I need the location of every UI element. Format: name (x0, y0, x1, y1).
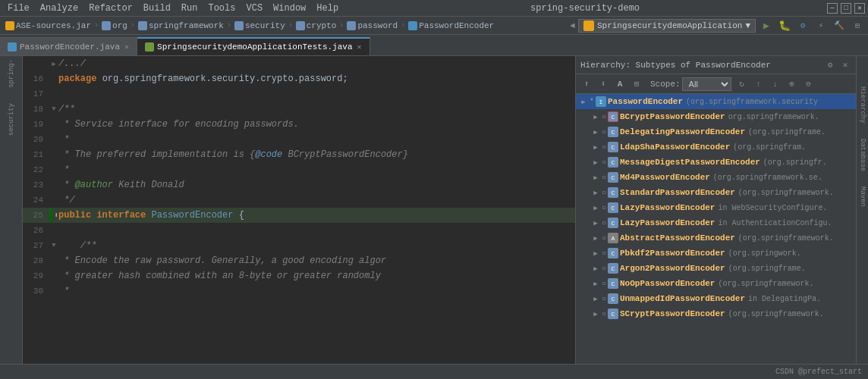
debug-button[interactable]: 🐛 (777, 20, 792, 32)
tree-item-scrypt[interactable]: ▶ ○ C SCryptPasswordEncoder (org.springf… (576, 306, 856, 321)
tree-item-md4[interactable]: ▶ ○ C Md4PasswordEncoder (org.springfram… (576, 170, 856, 185)
hier-tool-subtypes[interactable]: ⬆ (579, 77, 594, 92)
tree-item-lazy-auth[interactable]: ▶ ○ C LazyPasswordEncoder in Authenticat… (576, 215, 856, 230)
hier-tool-supertypes[interactable]: ⬇ (596, 77, 611, 92)
folder-icon-2 (234, 21, 244, 30)
code-line-18: 18 ▼ /** (23, 102, 575, 117)
tree-icon-abstract: A (608, 233, 618, 243)
breadcrumb-springframework[interactable]: springframework (136, 21, 226, 30)
menu-tools[interactable]: Tools (203, 2, 240, 15)
tree-item-messagedigest[interactable]: ▶ ○ C MessageDigestPasswordEncoder (org.… (576, 155, 856, 170)
code-line-21: 21 * The preferred implementation is {@c… (23, 147, 575, 162)
hier-tool-prev[interactable]: ↑ (751, 77, 766, 92)
tab-close-0[interactable]: ✕ (124, 42, 129, 52)
code-editor[interactable]: ▶ /.../ 16 package org.springframework.s… (23, 56, 575, 364)
hier-tool-callers[interactable]: A (612, 77, 627, 92)
hierarchy-settings-icon[interactable]: ⚙ (824, 59, 836, 71)
menu-vcs[interactable]: VCS (241, 2, 267, 15)
sidebar-security-label: security (8, 103, 15, 136)
menu-file[interactable]: File (3, 2, 34, 15)
layout-button[interactable]: ⊞ (850, 20, 865, 32)
main-area: spring- security ▶ /.../ 16 package org.… (0, 56, 868, 364)
breadcrumb-bar: ASE-sources.jar › org › springframework … (0, 17, 868, 35)
breadcrumb-security[interactable]: security (232, 21, 288, 30)
close-button[interactable]: ✕ (854, 3, 865, 14)
tree-icon-class-messagedigest: C (608, 157, 618, 168)
green-gutter-25 (49, 208, 52, 222)
hierarchy-title: Hierarchy: Subtypes of PasswordEncoder (580, 61, 821, 70)
code-line-26: 26 (23, 223, 575, 238)
breadcrumb-org[interactable]: org (99, 21, 130, 30)
minimize-button[interactable]: ─ (827, 3, 838, 14)
tree-arrow-0: ▶ (579, 98, 588, 106)
sidebar-spring-label: spring- (8, 59, 15, 88)
tree-icon-class-lazy-web: C (608, 202, 618, 213)
profile-button[interactable]: ⚡ (813, 20, 829, 32)
tree-item-ldap[interactable]: ▶ ○ C LdapShaPasswordEncoder (org.spring… (576, 139, 856, 155)
menu-refactor[interactable]: Refactor (84, 2, 137, 15)
breadcrumb-jar[interactable]: ASE-sources.jar (3, 21, 93, 30)
tree-item-bcrypt[interactable]: ▶ ○ C BCryptPasswordEncoder org.springfr… (576, 109, 856, 124)
tree-item-passwordencoder[interactable]: ▶ * I PasswordEncoder (org.springframewo… (576, 94, 856, 109)
navigate-back-icon[interactable]: ◄ (570, 21, 575, 30)
tree-item-delegating[interactable]: ▶ ○ C DelegatingPasswordEncoder (org.spr… (576, 124, 856, 139)
tab-icon-0 (8, 42, 17, 52)
coverage-button[interactable]: ⚙ (795, 20, 810, 32)
hierarchy-tree[interactable]: ▶ * I PasswordEncoder (org.springframewo… (576, 94, 856, 364)
breadcrumb-sep-1: › (131, 21, 135, 30)
hier-tool-refresh[interactable]: ↻ (734, 77, 750, 92)
tree-item-pbkdf2[interactable]: ▶ ○ C Pbkdf2PasswordEncoder (org.springw… (576, 246, 856, 261)
breadcrumb-sep-4: › (339, 21, 344, 30)
tree-arrow-pbkdf2: ▶ (591, 249, 600, 258)
window-title: spring-security-demo (344, 3, 826, 14)
hier-tool-next[interactable]: ↓ (768, 77, 783, 92)
menu-window[interactable]: Window (269, 2, 310, 15)
tree-icon-class-lazy-auth: C (608, 218, 618, 228)
right-label-database[interactable]: Database (859, 139, 866, 171)
hierarchy-header: Hierarchy: Subtypes of PasswordEncoder ⚙… (576, 56, 856, 74)
folder-icon-4 (347, 21, 356, 30)
run-config-dropdown[interactable]: SpringsecuritydemoApplication ▼ (578, 19, 756, 33)
tree-item-noop[interactable]: ▶ ○ C NoOpPasswordEncoder (org.springfra… (576, 276, 856, 291)
right-label-maven[interactable]: Maven (859, 186, 866, 207)
folder-icon-0 (102, 21, 111, 30)
tree-arrow-unmapped: ▶ (591, 295, 600, 303)
hier-tool-expand[interactable]: ⊞ (629, 77, 644, 92)
tree-icon-class-pbkdf2: C (608, 248, 618, 258)
hier-tool-collapse-all[interactable]: ⊖ (801, 77, 816, 92)
tree-item-abstract[interactable]: ▶ ○ A AbstractPasswordEncoder (org.sprin… (576, 230, 856, 246)
hier-tool-expand-all[interactable]: ⊕ (785, 77, 800, 92)
tree-item-argon2[interactable]: ▶ ○ C Argon2PasswordEncoder (org.springf… (576, 261, 856, 276)
tree-icon-class-md4: C (608, 172, 618, 183)
tree-arrow-argon2: ▶ (591, 265, 600, 273)
tree-arrow-standard: ▶ (591, 189, 600, 197)
maximize-button[interactable]: □ (841, 3, 851, 14)
tree-item-lazy-web[interactable]: ▶ ○ C LazyPasswordEncoder in WebSecurity… (576, 200, 856, 215)
menu-run[interactable]: Run (177, 2, 203, 15)
window-controls: ─ □ ✕ (827, 3, 865, 14)
tab-close-1[interactable]: ✕ (357, 42, 362, 52)
build-button[interactable]: 🔨 (832, 20, 847, 32)
menu-build[interactable]: Build (139, 2, 175, 15)
code-line-fold: ▶ /.../ (23, 56, 575, 71)
hierarchy-close-icon[interactable]: ✕ (839, 59, 851, 71)
right-label-hierarchy[interactable]: Hierarchy (859, 86, 866, 124)
tree-item-unmapped[interactable]: ▶ ○ C UnmappedIdPasswordEncoder in Deleg… (576, 291, 856, 306)
jar-icon (5, 21, 14, 30)
breadcrumb-crypto[interactable]: crypto (294, 21, 339, 30)
status-credit: CSDN @prefect_start (775, 368, 862, 376)
breadcrumb-password[interactable]: password (344, 21, 400, 30)
scope-dropdown[interactable]: All Project (682, 77, 731, 91)
run-button[interactable]: ▶ (759, 20, 774, 32)
breadcrumb-sep-3: › (288, 21, 293, 30)
menu-analyze[interactable]: Analyze (36, 2, 83, 15)
menu-help[interactable]: Help (312, 2, 343, 15)
code-line-19: 19 * Service interface for encoding pass… (23, 117, 575, 132)
tab-passwordencoder[interactable]: PasswordEncoder.java ✕ (0, 37, 137, 55)
code-line-29: 29 * greater hash combined with an 8-byt… (23, 268, 575, 283)
breadcrumb-passwordencoder[interactable]: PasswordEncoder (406, 21, 496, 30)
tree-item-standard[interactable]: ▶ ○ C StandardPasswordEncoder (org.sprin… (576, 185, 856, 200)
breadcrumb-sep-2: › (227, 21, 231, 30)
code-line-27: 27 ▼ /** (23, 238, 575, 253)
tab-springsecurity-tests[interactable]: SpringsecuritydemoApplicationTests.java … (137, 37, 370, 55)
